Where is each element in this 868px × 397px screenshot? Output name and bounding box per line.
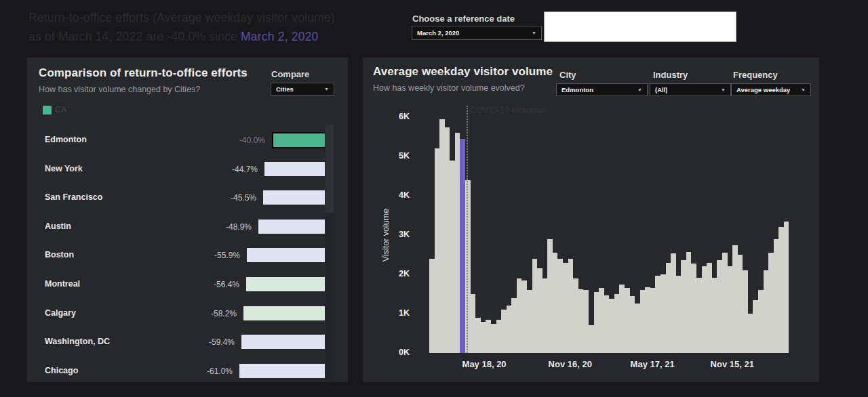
volume-bar[interactable] [768,253,774,353]
volume-bar[interactable] [666,263,671,353]
volume-bar[interactable] [445,127,450,354]
volume-bar[interactable] [743,270,748,353]
volume-bar[interactable] [568,259,574,353]
scrollbar-track[interactable] [325,125,334,382]
volume-bar[interactable] [625,288,630,353]
volume-bar[interactable] [614,294,620,353]
volume-bar[interactable] [521,280,527,353]
volume-bar[interactable] [728,266,733,353]
legend-ca-label: CA [55,105,66,114]
volume-bar[interactable] [532,259,538,353]
volume-bar[interactable] [764,270,769,353]
volume-bar[interactable] [604,295,610,353]
reference-date-dropdown[interactable]: March 2, 2020 ▼ [412,26,542,40]
volume-histogram: COVID-19 lockdown [429,106,789,353]
volume-bar[interactable] [455,133,460,353]
volume-bar[interactable] [491,324,496,354]
volume-bar[interactable] [676,276,682,353]
legend: CA [43,105,66,114]
volume-bar[interactable] [619,285,625,353]
volume-bar[interactable] [507,306,512,353]
volume-bar[interactable] [573,278,578,353]
volume-bar[interactable] [722,253,728,353]
volume-bar[interactable] [748,314,753,353]
volume-bar[interactable] [435,148,440,353]
volume-bar[interactable] [547,239,553,353]
volume-bar[interactable] [717,260,722,353]
city-bar[interactable] [264,162,334,176]
volume-bar[interactable] [774,239,779,353]
volume-bar[interactable] [517,278,522,353]
scrollbar-thumb[interactable] [326,125,334,213]
volume-bar[interactable] [563,263,568,353]
city-value: -61.0% [207,367,233,376]
volume-bar[interactable] [702,266,707,353]
city-bar[interactable] [247,248,334,262]
city-label: San Francisco [45,192,102,202]
volume-bar[interactable] [635,304,640,353]
volume-bar[interactable] [691,264,696,353]
volume-bar[interactable] [630,296,635,353]
volume-bar[interactable] [542,278,548,353]
city-bar[interactable] [263,190,334,205]
volume-bar[interactable] [557,259,563,353]
volume-bar[interactable] [696,278,702,353]
dashboard-title-reference-date: March 2, 2020 [241,30,318,43]
volume-bar[interactable] [655,276,660,353]
volume-bar[interactable] [645,287,650,353]
volume-bar[interactable] [660,274,666,353]
volume-bar[interactable] [537,268,542,353]
volume-bar[interactable] [527,290,532,353]
volume-bar[interactable] [486,320,491,353]
volume-bar[interactable] [778,227,784,353]
volume-bar[interactable] [753,300,758,353]
volume-bar[interactable] [599,288,604,353]
volume-bar[interactable] [712,278,717,353]
volume-bar[interactable] [475,318,481,353]
volume-bar[interactable] [481,322,486,353]
volume-bar[interactable] [681,260,686,353]
volume-bar[interactable] [650,288,656,353]
volume-bar[interactable] [640,290,646,353]
volume-bar[interactable] [496,320,502,353]
city-bar-list: Edmonton-40.0%New York-44.7%San Francisc… [38,126,334,382]
industry-filter-dropdown[interactable]: (All) ▼ [650,83,731,96]
volume-bar[interactable] [784,222,789,353]
volume-bar[interactable] [594,292,599,353]
volume-bar[interactable] [471,294,476,353]
volume-bar[interactable] [429,259,435,353]
volume-bar[interactable] [501,310,507,353]
city-row: Chicago-61.0% [38,357,334,382]
volume-bar[interactable] [511,298,517,353]
city-bar[interactable] [239,364,334,378]
reference-date-bar[interactable] [460,139,465,353]
volume-bar[interactable] [707,263,712,353]
chevron-down-icon: ▼ [637,87,642,92]
volume-bar[interactable] [583,290,589,353]
volume-bar[interactable] [589,325,594,353]
compare-dropdown[interactable]: Cities ▼ [271,83,334,96]
volume-bar[interactable] [450,161,455,353]
volume-panel: Average weekday visitor volume How has w… [363,58,819,382]
reference-date-label: Choose a reference date [412,14,515,24]
y-tick-label: 3K [385,230,410,239]
volume-bar[interactable] [578,289,584,353]
frequency-filter-dropdown[interactable]: Average weekday ▼ [731,83,811,96]
chevron-down-icon: ▼ [324,87,329,91]
city-bar[interactable] [243,306,334,320]
volume-bar[interactable] [686,252,692,353]
volume-bar[interactable] [738,255,743,353]
city-bar[interactable] [258,220,334,234]
volume-bar[interactable] [553,253,558,353]
city-value: -45.5% [231,193,256,203]
city-bar[interactable] [246,277,334,291]
volume-bar[interactable] [609,299,614,353]
volume-bar[interactable] [758,290,764,353]
volume-bar[interactable] [439,119,445,353]
volume-bar[interactable] [732,245,738,353]
volume-bar[interactable] [671,253,676,353]
lockdown-reference-line [467,106,468,353]
city-filter-dropdown[interactable]: Edmonton ▼ [556,83,648,96]
city-bar[interactable] [241,335,334,349]
x-tick-label: Nov 16, 20 [539,359,601,369]
